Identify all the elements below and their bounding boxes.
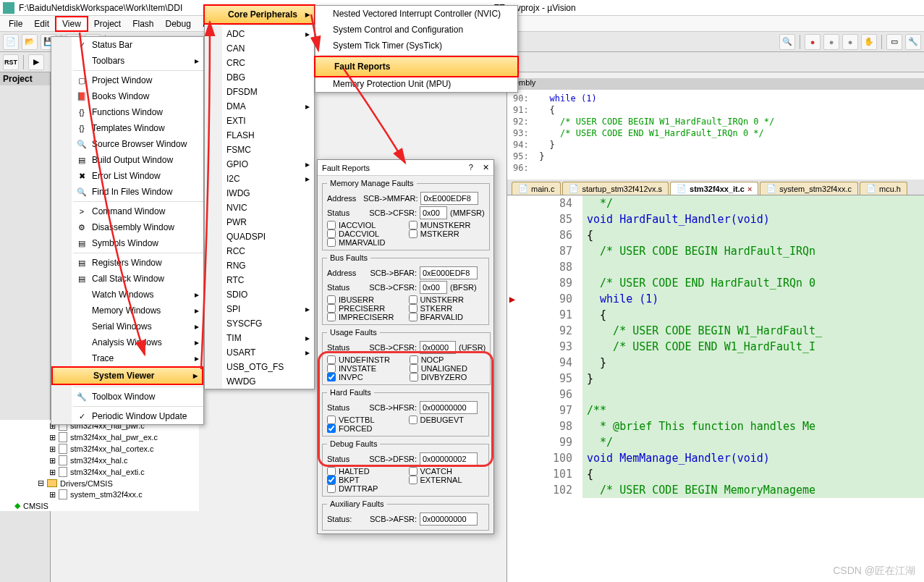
submenu-tim[interactable]: TIM▸ [205,331,314,345]
submenu-sdio[interactable]: SDIO [205,287,314,302]
check-divbyzero[interactable]: DIVBYZERO [410,373,486,381]
tab-stm32f4xx_it-c[interactable]: 📄stm32f4xx_it.c× [670,182,758,195]
submenu-exti[interactable]: EXTI [205,114,314,128]
submenu-core-peripherals[interactable]: Core Peripherals▸ [203,4,315,25]
breakpoint-gutter[interactable] [507,307,517,323]
breakpoint-gutter[interactable] [507,482,517,498]
tab-main-c[interactable]: 📄main.c [512,182,561,195]
check-ibuserr[interactable]: IBUSERR [327,295,403,304]
view-menu-analysis-windows[interactable]: Analysis Windows▸ [51,334,203,350]
reg-field[interactable] [420,206,447,219]
submenu-quadspi[interactable]: QUADSPI [205,229,314,244]
tab-system_stm32f4xx-c[interactable]: 📄system_stm32f4xx.c [760,182,858,195]
view-menu-toolbox-window[interactable]: 🔧Toolbox Window [51,389,203,405]
tb-find-icon[interactable]: 🔍 [779,34,795,50]
breakpoint-gutter[interactable] [507,466,517,482]
submenu-i2c[interactable]: I2C▸ [205,172,314,186]
tree-folder[interactable]: ⊟Drivers/CMSIS [0,478,199,489]
view-menu-build-output-window[interactable]: ▤Build Output Window [51,152,203,168]
submenu-dbg[interactable]: DBG [205,70,314,85]
tree-file[interactable]: ⊞stm32f4xx_hal_exti.c [0,466,199,478]
submenu-rng[interactable]: RNG [205,258,314,273]
check-debugevt[interactable]: DEBUGEVT [409,416,485,424]
check-munstkerr[interactable]: MUNSTKERR [409,221,485,229]
check-preciserr[interactable]: PRECISERR [327,304,403,313]
check-invpc[interactable]: INVPC [327,373,404,381]
view-menu-symbols-window[interactable]: ▤Symbols Window [51,235,203,251]
view-menu-books-window[interactable]: 📕Books Window [51,88,203,104]
view-menu-periodic-window-update[interactable]: ✓Periodic Window Update [51,408,203,424]
check-iaccviol[interactable]: IACCVIOL [327,221,403,229]
submenu-gpio[interactable]: GPIO▸ [205,157,314,172]
check-external[interactable]: EXTERNAL [409,476,485,484]
submenu-syscfg[interactable]: SYSCFG [205,316,314,331]
view-menu-find-in-files-window[interactable]: 🔍Find In Files Window [51,184,203,200]
check-vcatch[interactable]: VCATCH [409,467,485,476]
tb-wrench-icon[interactable]: 🔧 [905,34,921,50]
menu-project[interactable]: Project [88,17,127,30]
check-mmarvalid[interactable]: MMARVALID [327,238,403,247]
reg-field[interactable] [420,452,478,465]
view-menu-trace[interactable]: Trace▸ [51,350,203,366]
menu-flash[interactable]: Flash [127,17,159,30]
tb-rst-icon[interactable]: RST [3,54,19,70]
help-icon[interactable]: ? [469,163,473,172]
check-vecttbl[interactable]: VECTTBL [327,416,403,424]
view-menu-watch-windows[interactable]: Watch Windows▸ [51,287,203,303]
view-menu-call-stack-window[interactable]: ▤Call Stack Window [51,271,203,287]
submenu-rtc[interactable]: RTC [205,273,314,287]
tab-startup_stm32f412vx-s[interactable]: 📄startup_stm32f412vx.s [562,182,669,195]
check-stkerr[interactable]: STKERR [409,304,485,313]
reg-field[interactable] [420,341,456,354]
submenu-rcc[interactable]: RCC [205,244,314,258]
submenu-iwdg[interactable]: IWDG [205,186,314,201]
periph-memory-protection-unit-mpu-[interactable]: Memory Protection Unit (MPU) [315,76,517,92]
tree-file[interactable]: ⊞stm32f4xx_hal.c [0,455,199,466]
editor[interactable]: 84 */85void HardFault_Handler(void)86{87… [507,195,924,498]
submenu-usb_otg_fs[interactable]: USB_OTG_FS [205,360,314,374]
submenu-crc[interactable]: CRC [205,56,314,70]
check-bfarvalid[interactable]: BFARVALID [409,313,485,321]
breakpoint-gutter[interactable] [507,195,517,211]
submenu-pwr[interactable]: PWR [205,215,314,229]
reg-field[interactable] [420,266,478,279]
view-menu-status-bar[interactable]: ✓Status Bar [51,37,203,53]
tb-grey-dot-icon[interactable]: ● [823,34,839,50]
view-menu-templates-window[interactable]: {}Templates Window [51,120,203,136]
menu-file[interactable]: File [3,17,28,30]
submenu-spi[interactable]: SPI▸ [205,302,314,316]
check-forced[interactable]: FORCED [327,424,403,433]
tb-hand-icon[interactable]: ✋ [861,34,877,50]
submenu-flash[interactable]: FLASH [205,128,314,143]
periph-system-control-and-configuration[interactable]: System Control and Configuration [315,22,517,38]
reg-field[interactable] [420,281,447,294]
check-impreciserr[interactable]: IMPRECISERR [327,313,403,321]
tree-file[interactable]: ⊞stm32f4xx_hal_pwr_ex.c [0,431,199,443]
breakpoint-gutter[interactable] [507,323,517,339]
tb-new-icon[interactable]: 📄 [3,34,19,50]
submenu-nvic[interactable]: NVIC [205,201,314,215]
project-tree[interactable]: ⊞stm32f4xx_hal_pwr.c⊞stm32f4xx_hal_pwr_e… [0,420,199,511]
reg-field[interactable] [420,401,478,414]
breakpoint-gutter[interactable] [507,227,517,243]
submenu-wwdg[interactable]: WWDG [205,374,314,389]
view-menu-disassembly-window[interactable]: ⚙Disassembly Window [51,219,203,235]
check-bkpt[interactable]: BKPT [327,476,403,484]
view-menu-serial-windows[interactable]: Serial Windows▸ [51,319,203,334]
view-menu-registers-window[interactable]: ▤Registers Window [51,255,203,271]
view-menu-source-browser-window[interactable]: 🔍Source Browser Window [51,136,203,152]
view-menu-system-viewer[interactable]: System Viewer▸ [51,366,203,385]
periph-nested-vectored-interrupt-controller-nvic-[interactable]: Nested Vectored Interrupt Controller (NV… [315,6,517,22]
view-menu-project-window[interactable]: ▢Project Window [51,72,203,88]
reg-field[interactable] [420,192,478,205]
tb-open-icon[interactable]: 📂 [22,34,38,50]
submenu-dfsdm[interactable]: DFSDM [205,85,314,99]
reg-field[interactable] [420,513,478,526]
submenu-adc[interactable]: ADC▸ [205,27,314,41]
submenu-fsmc[interactable]: FSMC [205,143,314,157]
check-undefinstr[interactable]: UNDEFINSTR [327,355,404,364]
view-menu-error-list-window[interactable]: ✖Error List Window [51,168,203,184]
breakpoint-gutter[interactable] [507,434,517,450]
tree-file[interactable]: ⊞stm32f4xx_hal_cortex.c [0,443,199,455]
check-nocp[interactable]: NOCP [410,355,486,364]
